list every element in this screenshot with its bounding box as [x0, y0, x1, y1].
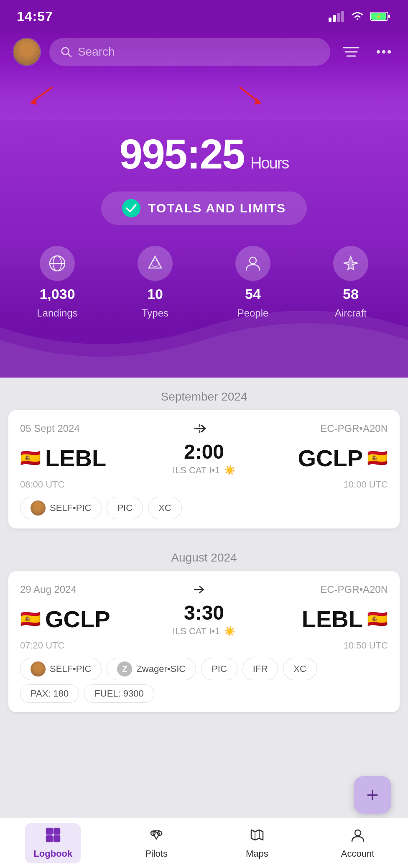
nav-account-label: Account	[341, 848, 375, 859]
arrival-sep: GCLP 🇪🇸	[240, 444, 388, 472]
tag-ifr-aug: IFR	[242, 658, 278, 680]
card-top-sep: 05 Sept 2024 EC-PGR•A20N	[20, 421, 388, 436]
arrow-overlay	[13, 70, 395, 120]
filter-icon	[343, 45, 360, 59]
svg-point-13	[377, 50, 380, 54]
svg-rect-26	[46, 828, 52, 834]
stat-people[interactable]: 54 People	[228, 246, 278, 319]
status-time: 14:57	[17, 9, 53, 24]
dep-code-sep: LEBL	[45, 444, 106, 472]
aircraft-label: Aircraft	[335, 307, 367, 319]
dep-flag-aug: 🇪🇸	[20, 609, 41, 629]
tag-fuel-aug: FUEL: 9300	[84, 684, 154, 703]
hours-display: 995:25 Hours	[120, 133, 289, 175]
account-icon	[350, 827, 365, 846]
aircraft-value: 58	[343, 286, 359, 302]
duration-approach-sep: ILS CAT I•1 ☀️	[173, 465, 235, 476]
svg-rect-5	[388, 15, 390, 18]
search-icon	[60, 46, 72, 58]
hours-section: 995:25 Hours TOTALS AND LIMITS	[0, 120, 408, 246]
checkmark-icon	[126, 204, 137, 212]
tags-aug-row1: SELF•PIC Z Zwager•SIC PIC IFR XC	[20, 658, 388, 680]
dep-utc-aug: 07:20 UTC	[20, 640, 143, 651]
card-top-aug: 29 Aug 2024 EC-PGR•A20N	[20, 582, 388, 597]
more-button[interactable]	[372, 46, 395, 58]
month-header-aug: August 2024	[8, 539, 400, 571]
svg-rect-1	[333, 15, 336, 22]
svg-text:⚡: ⚡	[376, 13, 382, 19]
dep-flag-sep: 🇪🇸	[20, 448, 41, 468]
svg-rect-29	[54, 836, 60, 842]
svg-point-35	[355, 830, 361, 836]
battery-icon: ⚡	[370, 11, 391, 22]
types-icon-circle	[138, 246, 173, 281]
svg-rect-0	[329, 18, 332, 22]
types-value: 10	[147, 286, 163, 302]
flight-card-sep[interactable]: 05 Sept 2024 EC-PGR•A20N 🇪🇸 LEBL 2:00 IL…	[8, 410, 400, 528]
stats-row: 1,030 Landings 10 Types 54 Peo	[0, 246, 408, 319]
departure-aug: 🇪🇸 GCLP	[20, 605, 168, 633]
avatar[interactable]	[13, 38, 41, 66]
arrival-aug: LEBL 🇪🇸	[240, 605, 388, 633]
nav-account[interactable]: Account	[333, 823, 383, 863]
totals-limits-button[interactable]: TOTALS AND LIMITS	[101, 191, 307, 225]
arr-code-aug: LEBL	[302, 605, 363, 633]
tag-xc-sep: XC	[148, 497, 182, 519]
svg-line-18	[240, 87, 258, 101]
svg-point-14	[382, 50, 385, 54]
nav-maps[interactable]: Maps	[232, 823, 282, 863]
signal-icon	[329, 11, 344, 22]
flight-plane-icon-sep	[193, 421, 208, 436]
totals-text: TOTALS AND LIMITS	[148, 201, 286, 215]
nav-pilots[interactable]: Pilots	[131, 823, 181, 863]
maps-icon	[250, 827, 265, 846]
wifi-icon	[350, 11, 365, 22]
types-label: Types	[142, 307, 168, 319]
logbook-icon	[46, 827, 61, 846]
arr-utc-sep: 10:00 UTC	[265, 479, 388, 490]
svg-line-16	[33, 87, 52, 101]
svg-rect-28	[46, 836, 52, 842]
hours-value: 995:25	[120, 133, 245, 175]
more-icon	[376, 50, 391, 54]
search-row	[13, 38, 395, 66]
dep-code-aug: GCLP	[45, 605, 110, 633]
month-header-sep: September 2024	[8, 378, 400, 410]
totals-check-icon	[122, 199, 140, 217]
people-value: 54	[245, 286, 261, 302]
svg-marker-23	[149, 256, 161, 268]
filter-button[interactable]	[339, 41, 364, 63]
tag-self-pic-aug: SELF•PIC	[20, 658, 102, 680]
hours-label: Hours	[250, 155, 288, 171]
flight-date-sep: 05 Sept 2024	[20, 423, 80, 434]
flight-plane-icon-aug	[191, 582, 206, 597]
search-input[interactable]	[78, 45, 319, 59]
stat-landings[interactable]: 1,030 Landings	[32, 246, 82, 319]
add-flight-fab[interactable]: +	[354, 776, 391, 814]
airplane-icon	[342, 255, 360, 272]
duration-time-sep: 2:00	[173, 440, 235, 463]
tag-zwager-aug: Z Zwager•SIC	[107, 658, 196, 680]
tag-avatar-z-aug: Z	[117, 661, 132, 677]
flight-aircraft-aug: EC-PGR•A20N	[320, 584, 388, 595]
stat-types[interactable]: 10 Types	[130, 246, 180, 319]
search-bar[interactable]	[49, 38, 330, 66]
globe-icon	[48, 255, 66, 272]
flight-card-aug[interactable]: 29 Aug 2024 EC-PGR•A20N 🇪🇸 GCLP 3:30 ILS…	[8, 571, 400, 712]
stat-aircraft[interactable]: 58 Aircraft	[326, 246, 376, 319]
svg-rect-2	[337, 13, 340, 22]
departure-sep: 🇪🇸 LEBL	[20, 444, 168, 472]
tag-xc-aug: XC	[283, 658, 317, 680]
svg-point-15	[388, 50, 391, 54]
shapes-icon	[146, 255, 164, 272]
svg-rect-27	[54, 828, 60, 834]
arr-code-sep: GCLP	[298, 444, 363, 472]
header	[0, 29, 408, 120]
tag-avatar-sep	[31, 500, 46, 516]
tag-pic-aug: PIC	[201, 658, 237, 680]
tags-aug-row2: PAX: 180 FUEL: 9300	[20, 684, 388, 703]
stats-section: 1,030 Landings 10 Types 54 Peo	[0, 246, 408, 378]
arr-flag-sep: 🇪🇸	[367, 448, 388, 468]
landings-value: 1,030	[39, 286, 75, 302]
nav-logbook[interactable]: Logbook	[25, 823, 81, 863]
